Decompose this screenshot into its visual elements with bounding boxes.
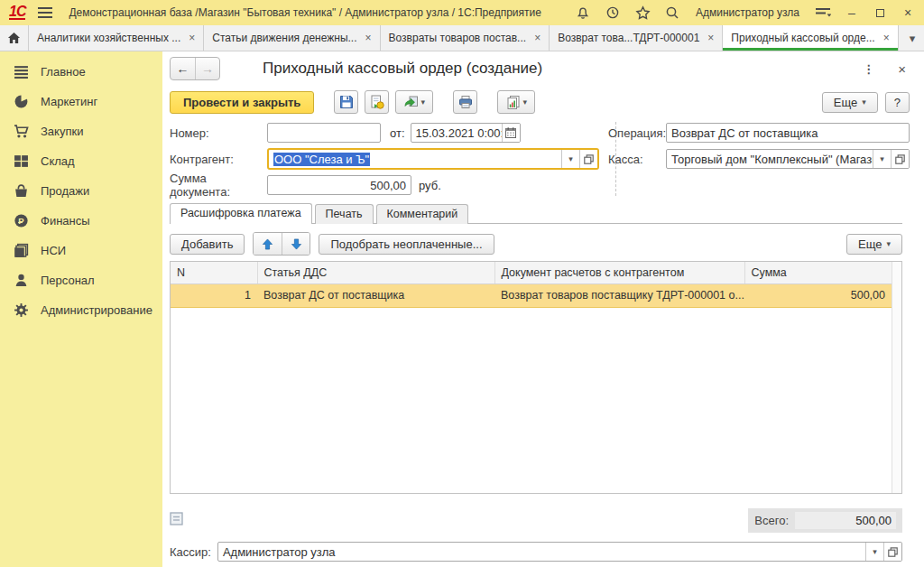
table-more-button[interactable]: Еще ▾ bbox=[846, 234, 902, 255]
cashier-dropdown-icon[interactable]: ▾ bbox=[865, 543, 883, 561]
counterparty-value: ООО "Слеза и Ъ" bbox=[273, 153, 370, 166]
cell-n[interactable]: 1 bbox=[171, 284, 257, 307]
history-icon[interactable] bbox=[605, 5, 621, 21]
more-label: Еще bbox=[834, 96, 857, 109]
sidebar-item-label: Персонал bbox=[41, 274, 95, 287]
report-pages-icon bbox=[506, 95, 521, 109]
number-label: Номер: bbox=[170, 126, 267, 140]
chevron-down-icon: ▾ bbox=[523, 98, 528, 107]
save-button[interactable] bbox=[334, 90, 358, 114]
counterparty-open-icon[interactable] bbox=[579, 150, 597, 168]
form-menu-dots-icon[interactable]: ⋮ bbox=[863, 62, 874, 76]
main-menu-icon[interactable] bbox=[38, 7, 52, 18]
cashbox-open-icon[interactable] bbox=[891, 150, 909, 168]
column-header-n[interactable]: N bbox=[171, 262, 257, 284]
tab-cash-flow-items[interactable]: Статьи движения денежны... × bbox=[204, 25, 380, 51]
notifications-bell-icon[interactable] bbox=[575, 5, 591, 21]
tab-close-icon[interactable]: × bbox=[883, 32, 890, 44]
move-row-buttons bbox=[253, 232, 310, 256]
table-scrollbar[interactable] bbox=[892, 262, 901, 493]
tab-comment[interactable]: Комментарий bbox=[376, 204, 469, 224]
sidebar-item-nsi[interactable]: НСИ bbox=[0, 236, 162, 265]
help-button[interactable]: ? bbox=[885, 92, 910, 113]
cashbox-value: Торговый дом "Комплексный" (Магазин "Пр bbox=[667, 153, 873, 166]
counterparty-input[interactable]: ООО "Слеза и Ъ" ▾ bbox=[267, 148, 599, 170]
tab-close-icon[interactable]: × bbox=[365, 32, 372, 44]
sidebar-item-sales[interactable]: Продажи bbox=[0, 176, 162, 206]
cashbox-input[interactable]: Торговый дом "Комплексный" (Магазин "Пр … bbox=[666, 149, 910, 169]
cell-item[interactable]: Возврат ДС от поставщика bbox=[257, 284, 494, 307]
document-form: ← → Приходный кассовый ордер (создание) … bbox=[162, 51, 924, 567]
sidebar-item-label: Финансы bbox=[41, 214, 90, 228]
operation-label: Операция: bbox=[608, 126, 666, 140]
post-button[interactable] bbox=[365, 90, 389, 114]
sidebar-item-label: Маркетинг bbox=[41, 95, 97, 108]
tab-supplier-returns[interactable]: Возвраты товаров постав... × bbox=[381, 25, 550, 51]
more-button[interactable]: Еще ▾ bbox=[822, 92, 878, 113]
gear-icon bbox=[14, 302, 29, 318]
table-footer: Всего: 500,00 bbox=[170, 507, 902, 533]
tab-payment-breakdown[interactable]: Расшифровка платежа bbox=[170, 203, 312, 224]
form-title: Приходный кассовый ордер (создание) bbox=[263, 60, 542, 78]
post-and-close-button[interactable]: Провести и закрыть bbox=[170, 91, 314, 114]
maximize-button[interactable] bbox=[873, 5, 887, 20]
move-down-arrow-icon[interactable] bbox=[282, 233, 310, 255]
column-header-doc[interactable]: Документ расчетов с контрагентом bbox=[494, 262, 744, 284]
number-input[interactable] bbox=[267, 123, 381, 143]
tab-cash-receipt-order[interactable]: Приходный кассовый орде... × bbox=[723, 25, 898, 51]
sidebar-item-label: Продажи bbox=[41, 184, 89, 198]
cashbox-dropdown-icon[interactable]: ▾ bbox=[873, 150, 891, 168]
add-row-button[interactable]: Добавить bbox=[170, 234, 245, 255]
sidebar-item-purchases[interactable]: Закупки bbox=[0, 116, 162, 146]
sidebar-item-marketing[interactable]: Маркетинг bbox=[0, 87, 162, 116]
tab-list-chevron-down-icon[interactable]: ▾ bbox=[901, 25, 924, 51]
favorites-star-icon[interactable] bbox=[634, 5, 651, 21]
chevron-down-icon: ▾ bbox=[862, 98, 866, 107]
tab-close-icon[interactable]: × bbox=[707, 32, 714, 44]
minimize-button[interactable]: – bbox=[845, 5, 859, 20]
tab-close-icon[interactable]: × bbox=[534, 32, 541, 44]
back-button[interactable]: ← bbox=[171, 58, 195, 79]
current-user[interactable]: Администратор узла bbox=[696, 6, 799, 19]
home-tab[interactable] bbox=[0, 25, 29, 51]
tab-label: Аналитики хозяйственных ... bbox=[37, 32, 180, 44]
sidebar-item-finance[interactable]: Р Финансы bbox=[0, 206, 162, 236]
tab-return-document[interactable]: Возврат това...ТДРТ-000001 × bbox=[550, 25, 723, 51]
tab-analytics[interactable]: Аналитики хозяйственных ... × bbox=[29, 25, 204, 51]
form-fields: Номер: от: 15.03.2021 0:00:00 bbox=[162, 118, 910, 200]
sidebar-item-main[interactable]: Главное bbox=[0, 57, 162, 87]
column-header-amount[interactable]: Сумма bbox=[744, 262, 892, 284]
pie-chart-icon bbox=[14, 94, 29, 109]
create-based-on-button[interactable]: ▾ bbox=[395, 90, 433, 114]
counterparty-dropdown-icon[interactable]: ▾ bbox=[561, 150, 579, 168]
more-label: Еще bbox=[858, 237, 882, 251]
sidebar-item-warehouse[interactable]: Склад bbox=[0, 146, 162, 176]
date-input[interactable]: 15.03.2021 0:00:00 bbox=[411, 123, 521, 143]
column-header-item[interactable]: Статья ДДС bbox=[257, 262, 494, 284]
tab-print[interactable]: Печать bbox=[315, 204, 374, 224]
move-up-arrow-icon[interactable] bbox=[254, 233, 282, 255]
table-row[interactable]: 1 Возврат ДС от поставщика Возврат товар… bbox=[171, 284, 892, 307]
cell-amount[interactable]: 500,00 bbox=[744, 284, 892, 307]
amount-input[interactable]: 500,00 bbox=[267, 175, 411, 195]
search-icon[interactable] bbox=[664, 5, 680, 21]
service-settings-icon[interactable] bbox=[815, 5, 831, 21]
cell-doc[interactable]: Возврат товаров поставщику ТДРТ-000001 о… bbox=[494, 284, 744, 307]
tab-close-icon[interactable]: × bbox=[189, 32, 195, 44]
calendar-icon[interactable] bbox=[502, 124, 520, 142]
form-header: ← → Приходный кассовый ордер (создание) … bbox=[162, 51, 910, 86]
pick-unpaid-button[interactable]: Подобрать неоплаченные... bbox=[319, 234, 494, 255]
sidebar-item-label: Закупки bbox=[41, 125, 83, 138]
form-close-icon[interactable]: × bbox=[898, 61, 906, 77]
forward-button[interactable]: → bbox=[195, 58, 219, 79]
sidebar-item-administration[interactable]: Администрирование bbox=[0, 295, 162, 325]
operation-input[interactable]: Возврат ДС от поставщика bbox=[666, 123, 910, 143]
form-toolbar: Провести и закрыть bbox=[162, 86, 910, 118]
print-button[interactable] bbox=[453, 90, 477, 114]
cashier-input[interactable]: Администратор узла ▾ bbox=[217, 542, 902, 562]
sidebar-item-personnel[interactable]: Персонал bbox=[0, 265, 162, 295]
reports-button[interactable]: ▾ bbox=[497, 90, 535, 114]
close-window-button[interactable]: × bbox=[901, 5, 915, 20]
cashier-open-icon[interactable] bbox=[883, 543, 901, 561]
table-header-row: N Статья ДДС Документ расчетов с контраг… bbox=[171, 262, 892, 284]
